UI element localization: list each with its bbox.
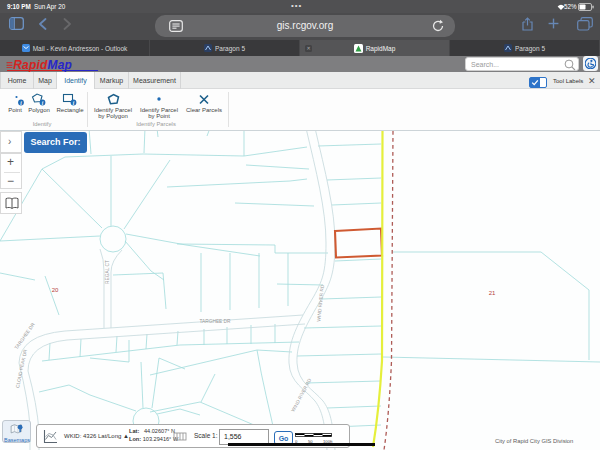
svg-text:REGAL CT: REGAL CT [105,260,110,284]
svg-text:TARGHEE DR: TARGHEE DR [199,319,231,324]
svg-text:21: 21 [489,290,496,296]
svg-text:20: 20 [52,287,59,293]
svg-text:CLOUD PEAK DR: CLOUD PEAK DR [15,348,28,388]
